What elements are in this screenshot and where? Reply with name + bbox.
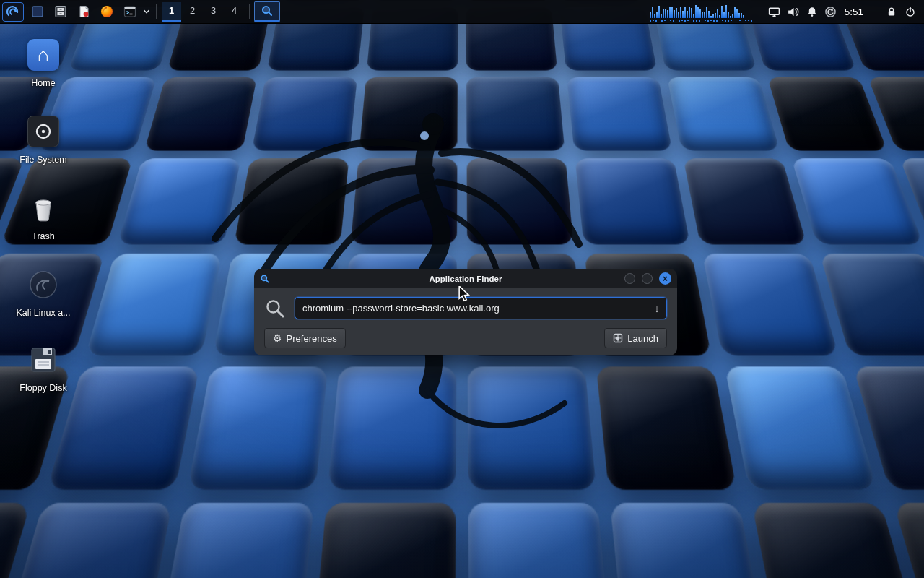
- desktop-icon-file-system[interactable]: File System: [3, 114, 84, 165]
- launcher-terminal[interactable]: [118, 0, 141, 23]
- application-finder-window: Application Finder × ↓ ⚙: [254, 269, 677, 355]
- taskbar-application-finder[interactable]: [254, 1, 280, 22]
- desktop-icon-label: Floppy Disk: [19, 383, 66, 393]
- workspace-1[interactable]: 1: [162, 2, 181, 22]
- document-icon: [77, 4, 91, 19]
- window-controls: ×: [624, 272, 671, 285]
- spectrum-bars: [650, 4, 758, 18]
- launcher-file-manager[interactable]: [49, 0, 72, 23]
- close-button[interactable]: ×: [659, 272, 671, 285]
- notifications-bell-icon[interactable]: [803, 0, 821, 23]
- top-panel: 1 2 3 4: [0, 0, 924, 24]
- finder-query-input[interactable]: [295, 303, 648, 314]
- desktop-icon-floppy-disk[interactable]: Floppy Disk: [3, 342, 84, 393]
- kali-logo-icon: [6, 4, 20, 19]
- desktop-icon-label: Trash: [32, 231, 55, 241]
- window-body: ↓ ⚙ Preferences Launch: [254, 288, 677, 355]
- trash-icon: [26, 191, 61, 225]
- drive-icon: [27, 116, 59, 147]
- kali-desktop: 1 2 3 4: [0, 0, 924, 578]
- firefox-icon: [100, 4, 114, 19]
- entry-dropdown-arrow-icon[interactable]: ↓: [648, 303, 666, 314]
- power-icon[interactable]: [901, 0, 920, 23]
- panel-separator: [156, 4, 157, 19]
- clock[interactable]: 5:51: [845, 7, 863, 17]
- minimize-button[interactable]: [624, 273, 635, 284]
- file-cabinet-icon: [53, 4, 68, 19]
- window-title: Application Finder: [254, 275, 677, 283]
- workspace-3[interactable]: 3: [204, 2, 223, 22]
- terminal-icon: [123, 4, 137, 19]
- status-indicator-icon[interactable]: [821, 0, 840, 23]
- desktop-icon-kali-linux[interactable]: Kali Linux a...: [3, 267, 84, 318]
- panel-separator: [249, 4, 250, 19]
- launch-button[interactable]: Launch: [604, 328, 667, 348]
- lock-icon[interactable]: [882, 0, 901, 23]
- close-icon: ×: [663, 275, 668, 283]
- launch-label: Launch: [627, 333, 658, 344]
- window-icon: [30, 4, 45, 19]
- window-search-icon: [260, 274, 270, 284]
- kali-menu-button[interactable]: [2, 2, 24, 22]
- preferences-button[interactable]: ⚙ Preferences: [264, 328, 346, 348]
- command-entry: ↓: [295, 297, 667, 319]
- floppy-icon: [26, 342, 61, 377]
- desktop-icon-trash[interactable]: Trash: [3, 191, 84, 241]
- display-icon[interactable]: [765, 0, 784, 23]
- panel-right-group: 5:51: [650, 0, 924, 23]
- home-icon: ⌂: [27, 39, 59, 71]
- volume-icon[interactable]: [784, 0, 803, 23]
- search-icon: [261, 4, 274, 17]
- audio-spectrum-visualizer: [650, 1, 758, 22]
- desktop-icon-label: Kali Linux a...: [16, 308, 70, 318]
- launch-icon: [613, 333, 623, 343]
- panel-left-group: 1 2 3 4: [0, 0, 280, 23]
- search-icon-large: [264, 298, 286, 319]
- launcher-firefox[interactable]: [95, 0, 118, 23]
- maximize-button[interactable]: [642, 273, 653, 284]
- home-glyph: ⌂: [38, 44, 49, 66]
- kali-icon: [26, 267, 61, 302]
- launcher-text-editor[interactable]: [72, 0, 95, 23]
- window-titlebar[interactable]: Application Finder ×: [254, 269, 677, 288]
- desktop-icon-label: Home: [31, 78, 55, 88]
- terminal-dropdown-chevron-icon[interactable]: [141, 0, 152, 23]
- workspace-2[interactable]: 2: [183, 2, 202, 22]
- desktop-icon-home[interactable]: ⌂ Home: [3, 38, 84, 88]
- spectrum-ticks: [650, 20, 758, 22]
- desktop-icon-label: File System: [19, 155, 66, 165]
- gear-icon: ⚙: [273, 333, 282, 343]
- preferences-label: Preferences: [287, 333, 337, 344]
- launcher-desktop[interactable]: [26, 0, 49, 23]
- workspace-4[interactable]: 4: [225, 2, 244, 22]
